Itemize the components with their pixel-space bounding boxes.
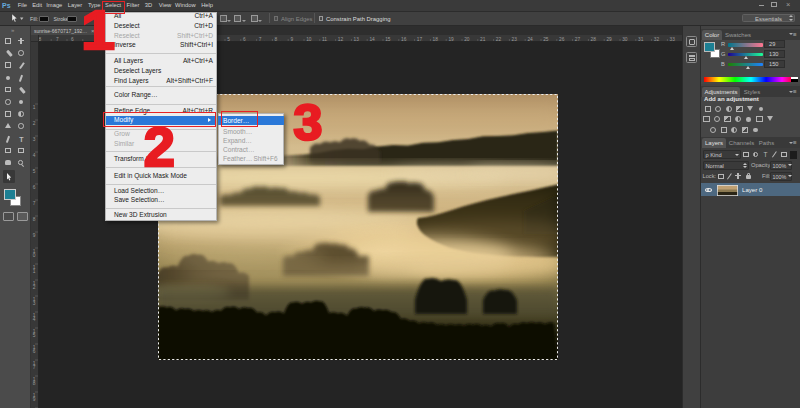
svg-text:1: 1 [33, 269, 36, 274]
svg-text:6: 6 [71, 37, 74, 42]
svg-text:29: 29 [606, 37, 612, 42]
svg-text:24: 24 [527, 37, 533, 42]
svg-text:8: 8 [33, 381, 36, 386]
svg-text:6: 6 [33, 349, 36, 354]
svg-text:9: 9 [33, 397, 36, 402]
svg-text:3: 3 [33, 301, 36, 306]
svg-text:8: 8 [39, 37, 42, 42]
svg-text:5: 5 [33, 333, 36, 338]
svg-text:23: 23 [512, 37, 518, 42]
svg-text:26: 26 [559, 37, 565, 42]
svg-text:11: 11 [322, 37, 327, 42]
svg-text:9: 9 [33, 233, 36, 238]
svg-text:30: 30 [622, 37, 628, 42]
svg-text:7: 7 [56, 37, 59, 42]
svg-text:21: 21 [480, 37, 486, 42]
svg-text:5: 5 [227, 37, 230, 42]
svg-text:0: 0 [33, 253, 36, 258]
svg-text:27: 27 [575, 37, 581, 42]
svg-text:7: 7 [259, 37, 262, 42]
svg-text:22: 22 [496, 37, 502, 42]
svg-text:4: 4 [33, 317, 36, 322]
svg-text:12: 12 [338, 37, 344, 42]
svg-text:15: 15 [385, 37, 391, 42]
svg-text:1: 1 [33, 105, 36, 110]
svg-text:9: 9 [290, 37, 293, 42]
svg-text:2: 2 [33, 121, 36, 126]
svg-text:18: 18 [433, 37, 439, 42]
svg-text:32: 32 [654, 37, 660, 42]
svg-text:13: 13 [354, 37, 360, 42]
svg-text:5: 5 [33, 169, 36, 174]
svg-text:4: 4 [33, 153, 36, 158]
svg-text:19: 19 [448, 37, 454, 42]
svg-text:8: 8 [275, 37, 278, 42]
svg-text:17: 17 [417, 37, 423, 42]
svg-text:7: 7 [33, 201, 36, 206]
svg-text:31: 31 [638, 37, 644, 42]
svg-text:10: 10 [306, 37, 312, 42]
svg-text:3: 3 [33, 137, 36, 142]
svg-text:20: 20 [464, 37, 470, 42]
svg-text:33: 33 [670, 37, 676, 42]
svg-text:16: 16 [401, 37, 407, 42]
svg-text:28: 28 [591, 37, 597, 42]
svg-text:25: 25 [543, 37, 549, 42]
svg-text:7: 7 [33, 365, 36, 370]
svg-text:2: 2 [33, 285, 36, 290]
svg-text:6: 6 [33, 185, 36, 190]
svg-text:6: 6 [243, 37, 246, 42]
svg-text:8: 8 [33, 217, 36, 222]
svg-text:14: 14 [369, 37, 375, 42]
